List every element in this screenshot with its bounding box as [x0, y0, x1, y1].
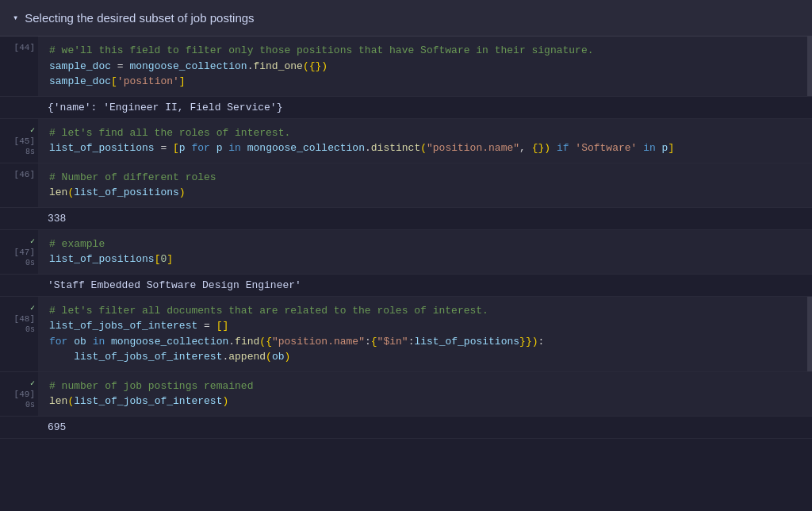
cell-code-body[interactable]: # number of job postings remainedlen(lis…: [38, 372, 812, 416]
code-line: # Number of different roles: [49, 170, 802, 186]
cell-gutter: ✓[47]0s: [0, 230, 38, 274]
code-token: # let's find all the roles of interest.: [49, 127, 290, 139]
code-token: list_of_jobs_of_interest: [49, 320, 197, 332]
code-token: ): [544, 142, 550, 154]
cell-number: [49]: [14, 390, 35, 399]
code-token: list_of_positions: [49, 142, 155, 154]
cell-number: [45]: [14, 136, 35, 146]
notebook-container: ▾ Selecting the desired subset of job po…: [0, 0, 812, 439]
code-token: mongoose_collection: [247, 142, 365, 154]
code-token: .: [365, 142, 371, 154]
cell-gutter: ✓[45]8s: [0, 119, 38, 163]
code-token: [86, 336, 93, 348]
code-token: [49, 351, 74, 363]
code-cell-49: ✓[49]0s# number of job postings remained…: [0, 372, 812, 417]
code-token: (: [303, 60, 309, 72]
chevron-icon[interactable]: ▾: [13, 12, 18, 24]
code-token: ob: [74, 336, 86, 348]
code-token: "position.name": [427, 142, 519, 154]
code-token: p: [179, 142, 186, 154]
code-token: }: [519, 336, 526, 348]
code-line: # number of job postings remained: [49, 378, 802, 394]
code-token: [550, 142, 557, 154]
code-token: ): [321, 60, 327, 72]
run-indicator: ✓: [30, 236, 35, 246]
cell-number: [47]: [14, 248, 35, 257]
code-cell-47: ✓[47]0s# examplelist_of_positions[0]: [0, 230, 812, 275]
code-line: list_of_positions[0]: [49, 252, 802, 267]
code-line: sample_doc['position']: [49, 74, 802, 90]
output-value: {'name': 'Engineer II, Field Service'}: [48, 102, 282, 113]
code-token: list_of_jobs_of_interest: [74, 395, 222, 407]
cell-gutter: [44]: [0, 36, 38, 96]
code-cell-48: ✓[48]0s# let's filter all documents that…: [0, 297, 812, 372]
code-line: for ob in mongoose_collection.find({"pos…: [49, 334, 802, 350]
code-line: # we'll this field to filter only those …: [49, 43, 802, 59]
code-token: list_of_jobs_of_interest: [74, 351, 222, 363]
code-token: :: [365, 336, 371, 348]
code-token: .: [228, 336, 235, 348]
scrollbar[interactable]: [807, 36, 812, 96]
code-token: list_of_positions: [414, 336, 519, 348]
code-token: }: [526, 336, 532, 348]
code-token: ): [179, 186, 186, 198]
code-token: (: [266, 351, 272, 363]
code-token: [: [173, 142, 179, 154]
code-token: 'position': [117, 75, 179, 87]
cell-gutter: [46]: [0, 163, 38, 207]
code-token: append: [228, 351, 266, 363]
code-token: sample_doc: [49, 75, 111, 87]
run-indicator: ✓: [30, 378, 35, 388]
cells-container: [44]# we'll this field to filter only th…: [0, 36, 812, 439]
code-token: (: [259, 336, 266, 348]
scrollbar[interactable]: [807, 297, 812, 371]
code-token: for: [191, 142, 209, 154]
output-value: 338: [48, 213, 66, 225]
code-token: {: [266, 336, 272, 348]
output-value: 695: [48, 421, 66, 433]
code-cell-45: ✓[45]8s# let's find all the roles of int…: [0, 119, 812, 163]
cell-status: 0s: [25, 401, 35, 409]
code-token: ): [532, 336, 538, 348]
cell-code-body[interactable]: # let's filter all documents that are re…: [38, 297, 812, 371]
code-token: list_of_positions: [49, 253, 155, 265]
cell-number: [48]: [14, 314, 35, 324]
code-token: len: [49, 395, 67, 407]
code-token: in: [228, 142, 241, 154]
code-line: sample_doc = mongoose_collection.find_on…: [49, 59, 802, 75]
code-token: distinct: [371, 142, 420, 154]
cell-code-body[interactable]: # Number of different roleslen(list_of_p…: [38, 163, 812, 207]
cell-output-46: 338: [0, 208, 812, 230]
code-token: {: [309, 60, 316, 72]
cell-number: [44]: [14, 43, 35, 52]
code-token: {: [371, 336, 377, 348]
cell-code-body[interactable]: # let's find all the roles of interest.l…: [38, 119, 812, 163]
section-title: Selecting the desired subset of job post…: [25, 11, 254, 25]
code-token: find_one: [253, 60, 302, 72]
code-token: # we'll this field to filter only those …: [49, 44, 594, 56]
code-token: [210, 142, 216, 154]
code-token: ): [285, 351, 291, 363]
section-header: ▾ Selecting the desired subset of job po…: [0, 0, 812, 36]
code-token: ]: [179, 75, 186, 87]
cell-code-body[interactable]: # we'll this field to filter only those …: [38, 36, 812, 96]
code-line: # let's find all the roles of interest.: [49, 125, 802, 141]
code-line: # let's filter all documents that are re…: [49, 303, 802, 319]
code-token: for: [49, 336, 67, 348]
cell-code-body[interactable]: # examplelist_of_positions[0]: [38, 230, 812, 274]
cell-output-49: 695: [0, 417, 812, 439]
code-token: "position.name": [272, 336, 365, 348]
code-token: [656, 142, 662, 154]
code-token: [: [111, 75, 117, 87]
code-token: =: [111, 60, 129, 72]
cell-status: 8s: [25, 148, 35, 156]
cell-status: 0s: [25, 325, 35, 334]
code-token: [105, 336, 111, 348]
code-token: mongoose_collection: [129, 60, 247, 72]
code-token: list_of_positions: [74, 186, 179, 198]
code-cell-46: [46]# Number of different roleslen(list_…: [0, 163, 812, 208]
code-line: len(list_of_jobs_of_interest): [49, 394, 802, 409]
code-token: ]: [167, 253, 173, 265]
code-token: len: [49, 186, 67, 198]
code-line: list_of_positions = [p for p in mongoose…: [49, 140, 802, 156]
